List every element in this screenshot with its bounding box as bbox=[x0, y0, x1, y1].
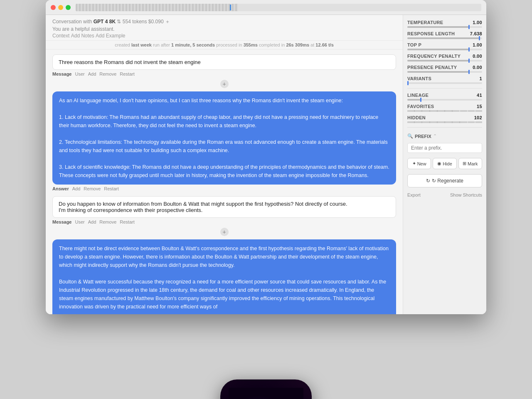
presence-penalty-slider[interactable] bbox=[407, 71, 482, 73]
message-label-row-3: Message User Add Remove Restart bbox=[52, 219, 396, 224]
top-p-value: 1.00 bbox=[473, 42, 482, 47]
variants-label: VARIANTS bbox=[407, 76, 431, 81]
progress-indicator bbox=[230, 5, 231, 10]
message-restart-1[interactable]: Restart bbox=[120, 71, 134, 76]
lineage-value: 41 bbox=[477, 93, 482, 98]
hidden-value: 102 bbox=[474, 115, 482, 120]
frequency-penalty-setting: FREQUENCY PENALTY 0.00 bbox=[407, 54, 482, 62]
ai-message-2: There might not be direct evidence betwe… bbox=[52, 239, 396, 314]
svg-rect-0 bbox=[229, 388, 303, 399]
add-icon-1[interactable]: + bbox=[220, 80, 229, 88]
search-icon: 🔍 bbox=[407, 133, 413, 139]
maximize-button[interactable] bbox=[66, 5, 71, 10]
message-label-1: Message bbox=[52, 71, 71, 76]
answer-restart-1[interactable]: Restart bbox=[104, 186, 118, 191]
chat-messages[interactable]: Three reasons the Romans did not invent … bbox=[46, 49, 403, 314]
message-block-1: Three reasons the Romans did not invent … bbox=[52, 54, 396, 76]
message-remove-3[interactable]: Remove bbox=[99, 219, 116, 224]
model-name: GPT 4 8K bbox=[94, 19, 116, 25]
new-button[interactable]: ✦ ✦ New New bbox=[407, 158, 431, 169]
response-length-fill bbox=[407, 37, 479, 39]
answer-remove-1[interactable]: Remove bbox=[84, 186, 101, 191]
message-remove-1[interactable]: Remove bbox=[99, 71, 116, 76]
favorites-value: 15 bbox=[477, 104, 482, 109]
prefix-stepper-up[interactable]: ⌃ bbox=[433, 133, 437, 139]
variants-value: 1 bbox=[480, 76, 482, 81]
temperature-setting: TEMPERATURE 1.00 bbox=[407, 20, 482, 28]
user-message-2: Do you happen to know of information fro… bbox=[52, 196, 396, 218]
conv-meta: Conversation with GPT 4 8K ⇅ 554 tokens … bbox=[52, 18, 396, 25]
message-label-row-1: Message User Add Remove Restart bbox=[52, 71, 396, 76]
message-block-4: There might not be direct evidence betwe… bbox=[52, 239, 396, 314]
traffic-lights bbox=[51, 5, 71, 10]
export-link[interactable]: Export bbox=[407, 192, 421, 197]
prefix-row: 🔍 PREFIX ⌃ bbox=[407, 133, 482, 139]
close-button[interactable] bbox=[51, 5, 56, 10]
message-block-3: Do you happen to know of information fro… bbox=[52, 196, 396, 224]
add-example-link[interactable]: Add Example bbox=[96, 33, 125, 39]
ai-message-1: As an AI language model, I don't have op… bbox=[52, 91, 396, 185]
favorites-slider[interactable] bbox=[407, 110, 482, 112]
message-role-1: User bbox=[75, 71, 84, 76]
app-icon bbox=[220, 379, 312, 399]
title-bar-progress bbox=[76, 4, 481, 11]
cost-amount: $0.090 bbox=[148, 19, 164, 25]
divider-2 bbox=[407, 127, 482, 128]
main-window: Conversation with GPT 4 8K ⇅ 554 tokens … bbox=[46, 0, 486, 314]
presence-penalty-label-row: PRESENCE PENALTY 0.00 bbox=[407, 65, 482, 70]
variants-setting: VARIANTS 1 bbox=[407, 76, 482, 84]
top-p-fill bbox=[407, 49, 469, 50]
shortcuts-link[interactable]: Show Shortcuts bbox=[450, 192, 482, 197]
add-icon-2[interactable]: + bbox=[220, 228, 229, 236]
mark-icon: ⊞ bbox=[463, 161, 466, 166]
temperature-label: TEMPERATURE bbox=[407, 20, 443, 25]
hidden-slider[interactable] bbox=[407, 121, 482, 123]
hidden-label: HIDDEN bbox=[407, 115, 426, 120]
favorites-label: FAVORITES bbox=[407, 104, 434, 109]
regenerate-button[interactable]: ↻ ↻ Regenerate bbox=[407, 174, 482, 187]
add-notes-link[interactable]: Add Notes bbox=[71, 33, 94, 39]
message-add-3[interactable]: Add bbox=[88, 219, 96, 224]
response-length-value: 7.638 bbox=[470, 31, 482, 36]
answer-add-1[interactable]: Add bbox=[72, 186, 81, 191]
presence-penalty-label: PRESENCE PENALTY bbox=[407, 65, 457, 70]
title-bar bbox=[46, 0, 486, 15]
message-block-2: As an AI language model, I don't have op… bbox=[52, 91, 396, 191]
temperature-slider[interactable] bbox=[407, 26, 482, 28]
conversation-label: Conversation bbox=[52, 19, 82, 25]
lineage-slider[interactable] bbox=[407, 99, 482, 101]
message-add-1[interactable]: Add bbox=[88, 71, 96, 76]
prefix-label: PREFIX bbox=[415, 134, 431, 139]
message-role-3: User bbox=[75, 219, 84, 224]
mark-button[interactable]: ⊞ Mark bbox=[458, 158, 482, 169]
lineage-thumb bbox=[420, 98, 421, 102]
response-length-setting: RESPONSE LENGTH 7.638 bbox=[407, 31, 482, 39]
variants-label-row: VARIANTS 1 bbox=[407, 76, 482, 81]
message-label-row-2: Answer Add Remove Restart bbox=[52, 186, 396, 191]
presence-penalty-setting: PRESENCE PENALTY 0.00 bbox=[407, 65, 482, 73]
add-button[interactable]: ＋ bbox=[165, 19, 170, 25]
minimize-button[interactable] bbox=[58, 5, 63, 10]
response-length-slider[interactable] bbox=[407, 37, 482, 39]
temperature-value: 1.00 bbox=[473, 20, 482, 25]
lineage-setting: LINEAGE 41 bbox=[407, 93, 482, 101]
frequency-penalty-fill bbox=[407, 60, 469, 62]
temperature-fill bbox=[407, 26, 469, 28]
divider-1 bbox=[407, 88, 482, 89]
lineage-label: LINEAGE bbox=[407, 93, 429, 98]
app-overlay: lore bbox=[220, 379, 312, 399]
top-p-label: TOP P bbox=[407, 42, 421, 47]
response-length-label: RESPONSE LENGTH bbox=[407, 31, 455, 36]
variants-slider[interactable] bbox=[407, 82, 482, 84]
main-layout: Conversation with GPT 4 8K ⇅ 554 tokens … bbox=[46, 15, 486, 314]
presence-penalty-value: 0.00 bbox=[473, 65, 482, 70]
lineage-label-row: LINEAGE 41 bbox=[407, 93, 482, 98]
system-prompt: You are a helpful assisstant. bbox=[52, 26, 396, 32]
prefix-input[interactable] bbox=[407, 143, 482, 153]
top-p-slider[interactable] bbox=[407, 49, 482, 50]
favorites-label-row: FAVORITES 15 bbox=[407, 104, 482, 109]
message-label-3: Message bbox=[52, 219, 71, 224]
message-restart-3[interactable]: Restart bbox=[120, 219, 134, 224]
frequency-penalty-slider[interactable] bbox=[407, 60, 482, 62]
hide-button[interactable]: ◉ Hide bbox=[433, 158, 456, 169]
